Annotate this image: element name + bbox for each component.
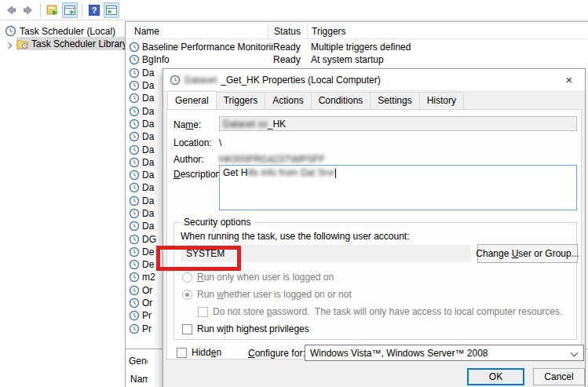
task-clock-icon bbox=[129, 93, 140, 104]
task-triggers: Multiple triggers defined bbox=[311, 42, 411, 53]
show-action-pane-icon[interactable] bbox=[62, 2, 78, 18]
radio-selected-icon bbox=[182, 290, 192, 300]
task-clock-icon bbox=[129, 54, 140, 65]
help-icon[interactable]: ? bbox=[86, 2, 102, 18]
task-status: Ready bbox=[273, 42, 311, 53]
task-clock-icon bbox=[129, 285, 140, 296]
configure-for-label: Configure for: bbox=[248, 348, 305, 359]
dialog-tab[interactable]: History bbox=[419, 92, 464, 110]
column-header-status[interactable]: Status bbox=[274, 26, 301, 37]
chevron-down-icon bbox=[571, 349, 579, 357]
checkbox-highest-privileges[interactable]: Run with highest privileges bbox=[182, 323, 309, 334]
checkbox-hidden[interactable]: Hidden bbox=[177, 347, 221, 358]
dialog-tab[interactable]: Settings bbox=[370, 92, 419, 110]
checkbox-icon bbox=[198, 307, 208, 317]
toolbar: ? bbox=[0, 0, 588, 20]
task-status: Ready bbox=[273, 54, 311, 65]
dialog-titlebar[interactable]: Dataset _Get_HK Properties (Local Comput… bbox=[163, 69, 585, 90]
task-clock-icon bbox=[129, 221, 140, 232]
dialog-tab[interactable]: Actions bbox=[265, 92, 311, 110]
standard-view-icon[interactable] bbox=[104, 2, 119, 18]
toolbar-separator bbox=[40, 3, 41, 17]
task-clock-icon bbox=[129, 131, 140, 142]
task-clock-icon bbox=[129, 144, 140, 155]
toolbar-separator bbox=[82, 3, 82, 17]
tree-expander-icon[interactable] bbox=[6, 39, 11, 50]
task-clock-icon bbox=[129, 195, 140, 206]
description-field[interactable]: Get Hills info from Dat Srvr bbox=[219, 165, 577, 210]
author-label: Author: bbox=[173, 154, 204, 165]
annotation-rectangle bbox=[156, 246, 241, 271]
sidebar-item-task-scheduler-library[interactable]: Task Scheduler Library bbox=[16, 37, 138, 50]
sidebar-item-label: Task Scheduler (Local) bbox=[20, 26, 115, 37]
change-user-button[interactable]: Change User or Group... bbox=[477, 244, 578, 263]
preview-name-label: Name: bbox=[130, 374, 148, 385]
dialog-title: Dataset _Get_HK Properties (Local Comput… bbox=[170, 75, 381, 86]
console-tree-toggle-icon[interactable] bbox=[45, 2, 60, 18]
checkbox-icon bbox=[177, 348, 187, 358]
task-row[interactable]: Baseline Performance Monitoring Ready Mu… bbox=[126, 41, 587, 53]
task-clock-icon bbox=[129, 298, 140, 309]
task-triggers: At system startup bbox=[311, 54, 384, 65]
sidebar-item-label: Task Scheduler Library bbox=[31, 38, 127, 49]
author-value: HK000PRG4237\WPSFF bbox=[219, 154, 577, 165]
back-arrow-icon[interactable] bbox=[3, 2, 19, 18]
name-label: Name: bbox=[173, 119, 201, 130]
configure-for-dropdown[interactable]: Windows Vista™, Windows Server™ 2008 bbox=[305, 345, 584, 361]
dialog-tab[interactable]: Conditions bbox=[311, 92, 371, 110]
radio-run-logged-on[interactable]: Run only when user is logged on bbox=[182, 272, 334, 283]
task-clock-icon bbox=[129, 259, 140, 270]
column-separator[interactable] bbox=[268, 24, 268, 38]
ok-button[interactable]: OK bbox=[467, 368, 524, 385]
preview-tab-general[interactable]: General bbox=[129, 356, 148, 367]
account-hint: When running the task, use the following… bbox=[181, 231, 410, 242]
task-clock-icon bbox=[129, 170, 140, 181]
column-separator[interactable] bbox=[307, 24, 308, 38]
name-field[interactable]: Dataset xx _HK bbox=[219, 116, 577, 131]
dialog-tab[interactable]: Triggers bbox=[216, 92, 266, 110]
location-label: Location: bbox=[173, 137, 212, 148]
location-value: \ bbox=[219, 137, 577, 148]
task-name: Baseline Performance Monitoring bbox=[142, 42, 273, 53]
forward-arrow-icon[interactable] bbox=[20, 2, 36, 18]
clock-icon bbox=[170, 75, 181, 86]
cancel-button[interactable]: Cancel bbox=[533, 368, 585, 385]
task-clock-icon bbox=[129, 208, 140, 219]
task-clock-icon bbox=[129, 310, 140, 321]
sidebar-item-task-scheduler-local[interactable]: Task Scheduler (Local) bbox=[5, 24, 115, 38]
task-name: BgInfo bbox=[142, 54, 273, 65]
dialog-title-redacted: Dataset bbox=[184, 75, 217, 86]
svg-text:?: ? bbox=[92, 5, 97, 15]
console-tree: Task Scheduler (Local) Task Scheduler Li… bbox=[0, 20, 125, 387]
list-header: Name Status Triggers bbox=[126, 24, 587, 39]
column-header-name[interactable]: Name bbox=[134, 26, 159, 37]
task-properties-dialog: Dataset _Get_HK Properties (Local Comput… bbox=[163, 68, 586, 387]
description-label: Description: bbox=[173, 169, 223, 180]
task-clock-icon bbox=[129, 119, 140, 130]
task-row[interactable]: BgInfo Ready At system startup bbox=[126, 53, 587, 66]
task-clock-icon bbox=[129, 182, 140, 193]
general-tab-page: Name: Dataset xx _HK Location: \ Author:… bbox=[166, 109, 582, 360]
radio-icon bbox=[182, 272, 192, 283]
task-clock-icon bbox=[129, 323, 140, 334]
task-clock-icon bbox=[129, 246, 140, 257]
dialog-tab[interactable]: General bbox=[167, 91, 217, 109]
clock-icon bbox=[5, 25, 16, 37]
task-clock-icon bbox=[129, 157, 140, 168]
task-clock-icon bbox=[129, 42, 140, 53]
dialog-tabstrip: GeneralTriggersActionsConditionsSettings… bbox=[167, 92, 463, 110]
radio-run-whether[interactable]: Run whether user is logged on or not bbox=[182, 289, 352, 300]
column-header-triggers[interactable]: Triggers bbox=[312, 26, 346, 37]
task-clock-icon bbox=[129, 80, 140, 91]
security-options-label: Security options bbox=[181, 217, 254, 228]
checkbox-icon bbox=[182, 324, 192, 334]
task-clock-icon bbox=[129, 68, 140, 78]
security-options-group: Security options When running the task, … bbox=[173, 222, 577, 340]
task-clock-icon bbox=[129, 234, 140, 245]
folder-clock-icon bbox=[16, 38, 28, 49]
close-icon[interactable]: × bbox=[553, 69, 585, 90]
checkbox-no-password[interactable]: Do not store password. The task will onl… bbox=[198, 306, 562, 317]
task-clock-icon bbox=[129, 106, 140, 117]
task-clock-icon bbox=[129, 272, 140, 283]
